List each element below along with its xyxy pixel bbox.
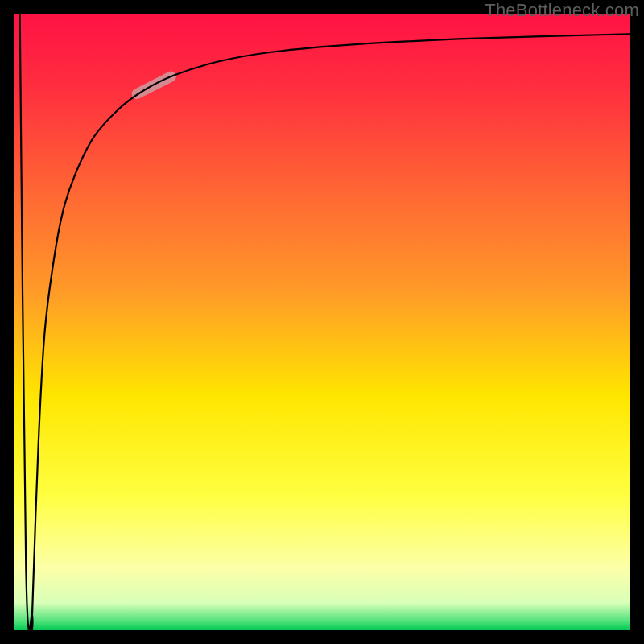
chart-frame	[0, 0, 644, 644]
watermark-text: TheBottleneck.com	[485, 0, 639, 21]
plot-background	[14, 14, 630, 630]
plot-area	[14, 14, 630, 630]
plot-svg	[14, 14, 630, 630]
